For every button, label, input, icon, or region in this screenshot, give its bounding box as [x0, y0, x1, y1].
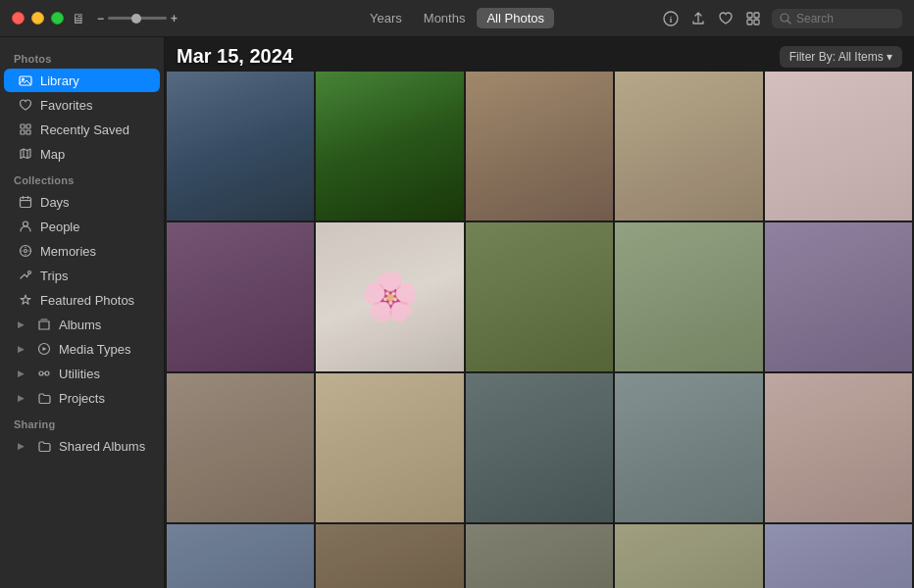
photo-cell-3-3[interactable] [466, 373, 613, 522]
date-label: Mar 15, 2024 [177, 45, 293, 68]
sidebar-label-memories: Memories [40, 244, 96, 259]
projects-chevron: ▶ [18, 393, 27, 403]
sidebar-label-days: Days [40, 195, 70, 210]
zoom-thumb [131, 14, 141, 24]
photo-cell-2-3[interactable] [466, 222, 613, 371]
photo-row-3 [167, 373, 912, 522]
shared-albums-icon [36, 438, 52, 454]
sidebar-item-favorites[interactable]: Favorites [4, 93, 160, 117]
sidebar-item-featured-photos[interactable]: Featured Photos [4, 288, 160, 312]
photo-cell-1-2[interactable] [316, 72, 463, 220]
people-icon [18, 219, 33, 234]
photo-cell-2-2[interactable]: 🌸 [316, 222, 463, 371]
svg-rect-13 [26, 130, 30, 134]
photo-row-1 [167, 72, 912, 220]
view-tabs: Years Months All Photos [360, 8, 554, 28]
photo-cell-3-5[interactable] [765, 373, 912, 522]
sidebar-item-recently-saved[interactable]: Recently Saved [4, 118, 160, 141]
zoom-plus-button[interactable]: + [171, 12, 178, 25]
svg-text:i: i [670, 15, 673, 24]
sidebar-item-people[interactable]: People [4, 215, 160, 238]
svg-point-26 [45, 371, 49, 375]
sidebar-item-media-types[interactable]: ▶ Media Types [4, 337, 160, 361]
photo-cell-1-1[interactable] [167, 72, 314, 220]
heart-icon[interactable] [717, 10, 735, 27]
titlebar: 🖥 − + Years Months All Photos i [0, 0, 914, 37]
search-bar[interactable] [772, 9, 902, 28]
share-icon[interactable] [689, 10, 707, 27]
map-icon [18, 146, 33, 162]
sidebar-item-map[interactable]: Map [4, 142, 160, 166]
photo-cell-1-5[interactable] [765, 72, 912, 220]
svg-rect-11 [26, 124, 30, 128]
photo-area-header: Mar 15, 2024 Filter By: All Items ▾ [165, 37, 914, 72]
photo-cell-1-4[interactable] [615, 72, 762, 220]
sidebar-item-projects[interactable]: ▶ Projects [4, 386, 160, 410]
traffic-lights [12, 12, 64, 24]
photo-cell-2-4[interactable] [615, 222, 762, 371]
close-button[interactable] [12, 12, 25, 24]
grid-icon[interactable] [744, 10, 762, 27]
photo-cell-3-4[interactable] [615, 373, 762, 522]
svg-rect-4 [747, 20, 752, 24]
svg-rect-2 [747, 13, 752, 18]
photo-cell-3-1[interactable] [167, 373, 314, 522]
svg-point-20 [24, 221, 28, 226]
featured-photos-icon [18, 292, 33, 308]
photo-cell-2-5[interactable] [765, 222, 912, 371]
library-icon [18, 73, 33, 88]
sidebar-label-media-types: Media Types [59, 342, 130, 357]
zoom-minus-button[interactable]: − [97, 12, 104, 25]
days-icon [18, 194, 33, 210]
search-input[interactable] [796, 12, 894, 25]
sidebar-item-albums[interactable]: ▶ Albums [4, 313, 160, 336]
photo-row-4 [167, 524, 912, 588]
sidebar-item-memories[interactable]: Memories [4, 239, 160, 263]
titlebar-left-area: 🖥 − + [72, 11, 178, 26]
monitor-icon[interactable]: 🖥 [72, 11, 85, 26]
projects-icon [36, 390, 52, 406]
minimize-button[interactable] [31, 12, 44, 24]
tab-months[interactable]: Months [414, 8, 476, 28]
sidebar-label-library: Library [40, 74, 79, 88]
tab-years[interactable]: Years [360, 8, 412, 28]
zoom-control: − + [97, 12, 178, 25]
tab-all-photos[interactable]: All Photos [477, 8, 554, 28]
sidebar-item-shared-albums[interactable]: ▶ Shared Albums [4, 434, 160, 458]
photo-cell-4-1[interactable] [167, 524, 314, 588]
media-chevron: ▶ [18, 344, 27, 354]
main-content: Photos Library Favorites [0, 37, 914, 588]
sidebar-label-shared-albums: Shared Albums [59, 439, 145, 454]
photo-cell-4-3[interactable] [466, 524, 613, 588]
titlebar-right: i [662, 9, 902, 28]
sidebar-item-days[interactable]: Days [4, 190, 160, 214]
photo-cell-1-3[interactable] [466, 72, 613, 220]
albums-icon [36, 317, 52, 332]
photo-area[interactable]: Mar 15, 2024 Filter By: All Items ▾ 🌸 [165, 37, 914, 588]
sidebar-label-albums: Albums [59, 318, 101, 332]
svg-rect-12 [21, 130, 25, 134]
photo-cell-4-2[interactable] [316, 524, 463, 588]
recently-saved-icon [18, 122, 33, 137]
utilities-icon [36, 366, 52, 381]
svg-point-22 [25, 250, 27, 253]
photo-cell-4-4[interactable] [615, 524, 762, 588]
sidebar-section-photos: Photos [0, 45, 164, 68]
svg-point-25 [39, 371, 43, 375]
photo-cell-4-5[interactable] [765, 524, 912, 588]
sidebar-label-map: Map [40, 147, 65, 162]
sidebar-item-trips[interactable]: Trips [4, 264, 160, 287]
maximize-button[interactable] [51, 12, 64, 24]
zoom-slider[interactable] [108, 17, 167, 20]
sidebar-label-featured-photos: Featured Photos [40, 293, 134, 308]
svg-rect-5 [754, 20, 759, 24]
photo-cell-2-1[interactable] [167, 222, 314, 371]
sidebar-item-utilities[interactable]: ▶ Utilities [4, 362, 160, 385]
photo-cell-3-2[interactable] [316, 373, 463, 522]
info-icon[interactable]: i [662, 10, 680, 27]
svg-point-23 [28, 271, 31, 274]
svg-point-9 [22, 78, 25, 81]
sidebar-item-library[interactable]: Library [4, 69, 160, 92]
filter-button[interactable]: Filter By: All Items ▾ [780, 46, 902, 68]
sidebar: Photos Library Favorites [0, 37, 165, 588]
